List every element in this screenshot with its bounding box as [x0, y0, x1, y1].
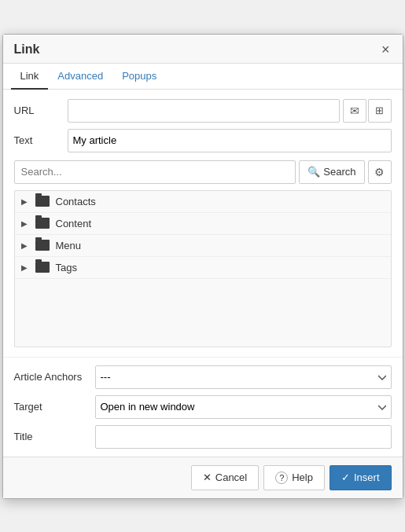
search-bar: 🔍 Search ⚙ — [14, 160, 392, 184]
insert-button[interactable]: ✓ Insert — [330, 465, 392, 490]
folder-icon-menu — [35, 240, 50, 251]
tree-label-menu: Menu — [56, 240, 82, 251]
email-link-button[interactable]: ✉ — [343, 99, 366, 123]
tree-item-content[interactable]: ▶ Content — [15, 213, 391, 235]
dialog-header: Link × — [3, 35, 403, 64]
text-label: Text — [14, 134, 61, 146]
target-label: Target — [14, 401, 89, 413]
tab-link[interactable]: Link — [11, 64, 49, 90]
link-dialog: Link × Link Advanced Popups URL ✉ ⊞ — [2, 34, 403, 499]
folder-icon-tags — [35, 262, 50, 273]
tree-label-content: Content — [56, 218, 92, 229]
article-anchors-row: Article Anchors --- — [14, 365, 392, 389]
search-button[interactable]: 🔍 Search — [299, 160, 364, 184]
insert-icon: ✓ — [341, 471, 350, 483]
tree-label-contacts: Contacts — [56, 196, 96, 207]
tab-bar: Link Advanced Popups — [3, 64, 403, 90]
url-input-group: ✉ ⊞ — [68, 99, 392, 123]
browse-icon: ⊞ — [375, 105, 384, 116]
text-input[interactable] — [68, 129, 392, 152]
gear-icon: ⚙ — [374, 166, 385, 178]
search-input[interactable] — [14, 160, 296, 184]
dialog-title: Link — [14, 42, 40, 57]
tab-advanced[interactable]: Advanced — [48, 64, 112, 90]
help-label: Help — [292, 471, 313, 483]
dialog-footer: ✕ Cancel ? Help ✓ Insert — [3, 457, 403, 498]
tree-arrow-contacts[interactable]: ▶ — [21, 197, 32, 206]
folder-icon-content — [35, 218, 50, 229]
gear-button[interactable]: ⚙ — [368, 160, 392, 184]
search-icon: 🔍 — [307, 166, 320, 178]
email-icon: ✉ — [350, 105, 359, 117]
url-label: URL — [14, 105, 61, 116]
cancel-button[interactable]: ✕ Cancel — [191, 465, 259, 490]
url-input[interactable] — [68, 99, 340, 123]
tree-item-contacts[interactable]: ▶ Contacts — [15, 191, 391, 213]
search-button-label: Search — [323, 166, 355, 178]
tree-label-tags: Tags — [56, 262, 77, 273]
close-button[interactable]: × — [380, 42, 392, 57]
tree-arrow-menu[interactable]: ▶ — [21, 241, 32, 250]
article-anchors-label: Article Anchors — [14, 371, 89, 383]
title-label: Title — [14, 431, 89, 442]
help-button[interactable]: ? Help — [263, 465, 325, 490]
cancel-icon: ✕ — [203, 471, 212, 483]
tree-item-menu[interactable]: ▶ Menu — [15, 235, 391, 257]
folder-icon-contacts — [35, 196, 50, 207]
insert-label: Insert — [354, 471, 380, 483]
text-row: Text — [14, 129, 392, 152]
tree-item-tags[interactable]: ▶ Tags — [15, 257, 391, 279]
tree-area: ▶ Contacts ▶ Content ▶ Menu ▶ Tags — [14, 190, 392, 347]
title-row: Title — [14, 425, 392, 449]
article-anchors-select[interactable]: --- — [95, 365, 392, 389]
dialog-body: URL ✉ ⊞ Text 🔍 — [3, 90, 403, 357]
tree-arrow-tags[interactable]: ▶ — [21, 263, 32, 272]
url-icons: ✉ ⊞ — [343, 99, 392, 123]
browse-link-button[interactable]: ⊞ — [368, 99, 392, 123]
title-input[interactable] — [95, 425, 392, 449]
help-icon: ? — [275, 471, 288, 484]
target-row: Target Open in new window Same window _b… — [14, 395, 392, 419]
tab-popups[interactable]: Popups — [112, 64, 166, 90]
cancel-label: Cancel — [215, 471, 247, 483]
bottom-section: Article Anchors --- Target Open in new w… — [3, 357, 403, 457]
target-select[interactable]: Open in new window Same window _blank _s… — [95, 395, 392, 419]
url-row: URL ✉ ⊞ — [14, 99, 392, 123]
tree-arrow-content[interactable]: ▶ — [21, 219, 32, 228]
